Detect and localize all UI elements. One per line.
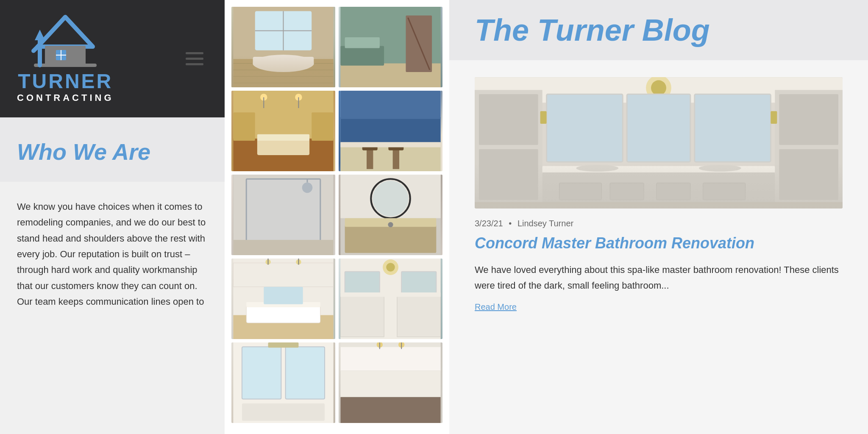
photo-cell-2 xyxy=(339,7,442,87)
svg-rect-73 xyxy=(397,293,441,337)
svg-rect-100 xyxy=(779,94,838,145)
svg-rect-63 xyxy=(233,263,333,287)
svg-rect-76 xyxy=(340,292,440,297)
hamburger-menu-icon[interactable] xyxy=(181,48,208,70)
svg-rect-34 xyxy=(257,134,309,141)
svg-rect-43 xyxy=(393,147,399,169)
blog-column: The Turner Blog xyxy=(449,0,868,434)
body-text-section: We know you have choices when it comes t… xyxy=(0,182,225,434)
photo-cell-7 xyxy=(231,259,335,339)
blog-content: 3/23/21 • Lindsey Turner Concord Master … xyxy=(449,60,868,329)
photo-4-svg xyxy=(339,91,442,171)
who-we-are-section: Who We Are xyxy=(0,117,225,182)
photo-cell-1 xyxy=(231,7,335,87)
read-more-link[interactable]: Read More xyxy=(475,302,843,312)
svg-rect-19 xyxy=(253,57,314,66)
logo-icon xyxy=(31,13,99,68)
svg-rect-23 xyxy=(340,46,384,65)
svg-rect-74 xyxy=(345,272,380,295)
svg-rect-106 xyxy=(542,172,775,209)
about-text: We know you have choices when it comes t… xyxy=(17,199,208,310)
photo-1-svg xyxy=(231,7,335,87)
blog-image-svg xyxy=(475,77,843,209)
svg-point-95 xyxy=(651,80,666,95)
svg-rect-68 xyxy=(264,287,303,304)
site-header: TURNER CONTRACTING xyxy=(0,0,225,117)
svg-rect-83 xyxy=(340,395,440,423)
photo-grid xyxy=(225,0,449,434)
svg-point-112 xyxy=(699,165,741,172)
photo-7-svg xyxy=(231,259,335,339)
blog-header: The Turner Blog xyxy=(449,0,868,60)
svg-rect-101 xyxy=(779,149,838,200)
svg-line-1 xyxy=(33,47,38,51)
svg-rect-10 xyxy=(233,59,333,87)
svg-rect-103 xyxy=(627,94,690,162)
photo-2-svg xyxy=(339,7,442,87)
svg-rect-51 xyxy=(233,240,333,255)
svg-rect-36 xyxy=(312,112,333,141)
who-we-are-title: Who We Are xyxy=(17,139,208,165)
svg-rect-39 xyxy=(340,117,440,143)
logo-name-contracting: CONTRACTING xyxy=(17,92,114,105)
photo-6-svg xyxy=(339,175,442,255)
svg-rect-107 xyxy=(559,183,602,200)
svg-rect-104 xyxy=(695,94,771,162)
logo-area[interactable]: TURNER CONTRACTING xyxy=(17,13,114,105)
photo-cell-10 xyxy=(339,342,442,423)
hamburger-line-3 xyxy=(186,63,203,65)
svg-rect-72 xyxy=(340,293,384,337)
svg-point-18 xyxy=(253,55,314,72)
photo-9-svg xyxy=(231,342,335,423)
blog-excerpt: We have loved everything about this spa-… xyxy=(475,262,843,294)
svg-rect-41 xyxy=(367,147,373,169)
svg-rect-45 xyxy=(340,142,440,147)
svg-rect-81 xyxy=(268,342,299,348)
photo-10-svg xyxy=(339,342,442,423)
svg-point-111 xyxy=(576,165,618,172)
svg-rect-78 xyxy=(242,347,281,399)
svg-rect-102 xyxy=(547,94,623,162)
svg-rect-113 xyxy=(540,111,547,124)
svg-point-49 xyxy=(302,182,313,193)
svg-rect-105 xyxy=(542,166,775,175)
svg-rect-35 xyxy=(233,112,255,141)
left-column: TURNER CONTRACTING Who We Are We know yo… xyxy=(0,0,225,434)
photo-8-svg xyxy=(339,259,442,339)
svg-rect-110 xyxy=(703,183,746,200)
photo-cell-8 xyxy=(339,259,442,339)
svg-rect-97 xyxy=(479,94,538,145)
svg-rect-98 xyxy=(479,149,538,200)
svg-rect-80 xyxy=(242,403,325,421)
blog-author: Lindsey Turner xyxy=(517,219,573,228)
svg-rect-90 xyxy=(353,391,428,396)
svg-rect-115 xyxy=(475,202,843,209)
blog-meta: 3/23/21 • Lindsey Turner xyxy=(475,219,843,228)
svg-point-55 xyxy=(373,181,408,216)
svg-rect-109 xyxy=(657,183,690,200)
photo-cell-5 xyxy=(231,175,335,255)
photo-5-svg xyxy=(231,175,335,255)
svg-rect-79 xyxy=(286,347,325,399)
photo-cell-9 xyxy=(231,342,335,423)
photo-3-svg xyxy=(231,91,335,171)
svg-rect-56 xyxy=(345,225,437,253)
photo-cell-3 xyxy=(231,91,335,171)
svg-marker-8 xyxy=(35,30,45,40)
blog-meta-separator: • xyxy=(509,219,512,228)
svg-rect-61 xyxy=(246,306,320,323)
svg-rect-108 xyxy=(610,183,644,200)
svg-rect-75 xyxy=(401,272,436,295)
svg-point-71 xyxy=(386,263,395,272)
hamburger-line-2 xyxy=(186,58,203,60)
photo-cell-4 xyxy=(339,91,442,171)
svg-rect-85 xyxy=(340,347,440,370)
logo-name-turner: TURNER xyxy=(18,71,113,92)
svg-point-58 xyxy=(388,222,393,227)
blog-title: The Turner Blog xyxy=(475,13,710,47)
blog-featured-image xyxy=(475,77,843,209)
photo-cell-6 xyxy=(339,175,442,255)
svg-rect-24 xyxy=(345,37,380,48)
svg-rect-40 xyxy=(340,91,440,119)
svg-marker-0 xyxy=(38,17,93,47)
